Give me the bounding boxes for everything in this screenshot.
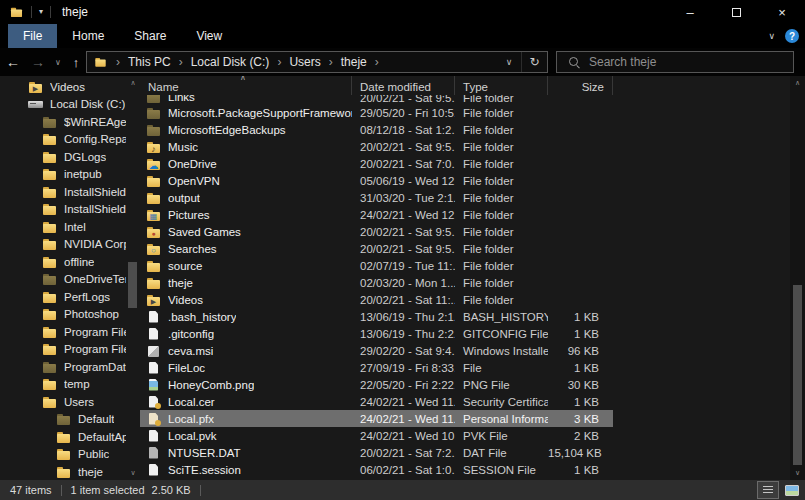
help-icon[interactable]: ? xyxy=(785,29,799,43)
sidebar-scrollbar-thumb[interactable] xyxy=(128,262,137,308)
sidebar-tree-item[interactable]: ProgramData xyxy=(0,358,140,376)
file-name: source xyxy=(168,260,203,272)
file-size: 1 KB xyxy=(548,362,605,374)
details-view-button[interactable] xyxy=(757,481,779,499)
scroll-up-icon[interactable]: ∧ xyxy=(790,79,805,87)
up-icon[interactable]: ↑ xyxy=(66,55,86,70)
file-row[interactable]: Videos 20/02/21 - Sat 11:... File folder xyxy=(140,291,613,308)
minimize-button[interactable]: – xyxy=(667,0,713,24)
recent-locations-chevron-icon[interactable]: ∨ xyxy=(50,58,66,67)
explorer-content: Videos Local Disk (C:) $WinREAgent Confi… xyxy=(0,76,805,480)
file-row[interactable]: Music 20/02/21 - Sat 9:5... File folder xyxy=(140,138,613,155)
file-row[interactable]: OneDrive 20/02/21 - Sat 7:0... File fold… xyxy=(140,155,613,172)
sidebar-tree-item[interactable]: Users xyxy=(0,393,140,411)
sidebar-tree-item[interactable]: Videos xyxy=(0,78,140,96)
sidebar-tree-item[interactable]: theje xyxy=(0,463,140,480)
sidebar-tree-item[interactable]: DGLogs xyxy=(0,148,140,166)
column-header-date-modified[interactable]: Date modified xyxy=(352,76,455,95)
file-row[interactable]: ceva.msi 29/02/20 - Sat 9:4... Windows I… xyxy=(140,342,613,359)
quick-access-toolbar-chevron-icon[interactable]: ▾ xyxy=(39,7,43,17)
scroll-up-icon[interactable]: ∧ xyxy=(126,79,140,87)
breadcrumb-item[interactable]: This PC xyxy=(128,55,171,69)
search-input[interactable] xyxy=(589,55,793,69)
sidebar-tree-item[interactable]: Public xyxy=(0,446,140,464)
thumbnails-view-button[interactable] xyxy=(781,481,803,499)
sidebar-tree-item[interactable]: NVIDIA Corpo xyxy=(0,236,140,254)
file-row[interactable]: SciTE.session 06/02/21 - Sat 1:0... SESS… xyxy=(140,461,613,478)
ribbon-tab[interactable]: Home xyxy=(57,24,119,48)
sidebar-tree-item[interactable]: offline xyxy=(0,253,140,271)
search-box[interactable] xyxy=(556,51,794,73)
sidebar-tree-item[interactable]: Intel xyxy=(0,218,140,236)
file-row[interactable]: HoneyComb.png 22/05/20 - Fri 2:22... PNG… xyxy=(140,376,613,393)
maximize-button[interactable] xyxy=(713,0,759,24)
window-title: theje xyxy=(62,5,88,19)
breadcrumb-chevron-icon[interactable]: › xyxy=(179,55,183,69)
sidebar-tree-item[interactable]: $WinREAgent xyxy=(0,113,140,131)
back-icon[interactable]: ← xyxy=(0,54,26,70)
file-row[interactable]: Local.cer 24/02/21 - Wed 11... Security … xyxy=(140,393,613,410)
sidebar-tree-item[interactable]: InstallShield 20 xyxy=(0,201,140,219)
file-row[interactable]: .gitconfig 13/06/19 - Thu 2:2... GITCONF… xyxy=(140,325,613,342)
file-type-icon xyxy=(146,123,161,137)
file-row[interactable]: theje 02/03/20 - Mon 1... File folder xyxy=(140,274,613,291)
close-button[interactable]: × xyxy=(759,0,805,24)
breadcrumb-chevron-icon[interactable]: › xyxy=(375,55,379,69)
file-row[interactable]: Local.pvk 24/02/21 - Wed 10... PVK File … xyxy=(140,427,613,444)
file-row[interactable]: NTUSER.DAT 20/02/21 - Sat 7:2... DAT Fil… xyxy=(140,444,613,461)
sidebar-tree-item[interactable]: Photoshop xyxy=(0,306,140,324)
refresh-icon[interactable]: ↻ xyxy=(521,52,547,72)
file-row[interactable]: Local.pfx 24/02/21 - Wed 11... Personal … xyxy=(140,410,613,427)
breadcrumb-item[interactable]: theje xyxy=(341,55,367,69)
sidebar-tree-item[interactable]: Default xyxy=(0,411,140,429)
ribbon-tab[interactable]: File xyxy=(8,24,57,48)
sidebar-tree-item[interactable]: Config.Repack xyxy=(0,131,140,149)
sidebar-tree-item[interactable]: Local Disk (C:) xyxy=(0,96,140,114)
file-row[interactable]: Microsoft.PackageSupportFramework.1.0...… xyxy=(140,104,613,121)
file-list-scrollbar[interactable]: ∧ ∨ xyxy=(790,76,805,480)
sidebar-tree-item[interactable]: DefaultAppP xyxy=(0,428,140,446)
column-header-name[interactable]: Name xyxy=(140,76,352,95)
ribbon-tab[interactable]: View xyxy=(181,24,237,48)
sidebar-tree-item[interactable]: InstallShield 20 xyxy=(0,183,140,201)
scroll-down-icon[interactable]: ∨ xyxy=(790,469,805,477)
file-row[interactable]: Links 20/02/21 - Sat 9:5... File folder xyxy=(140,95,613,104)
breadcrumb-item[interactable]: Users xyxy=(289,55,320,69)
file-row[interactable]: MicrosoftEdgeBackups 08/12/18 - Sat 1:2.… xyxy=(140,121,613,138)
file-date-modified: 24/02/21 - Wed 10... xyxy=(352,430,455,442)
file-row[interactable]: OpenVPN 05/06/19 - Wed 12... File folder xyxy=(140,172,613,189)
sidebar-tree-item[interactable]: Program Files xyxy=(0,341,140,359)
column-header-size[interactable]: Size xyxy=(548,76,613,95)
file-size: 30 KB xyxy=(548,379,605,391)
file-type: File folder xyxy=(455,192,548,204)
address-bar[interactable]: › This PC › Local Disk (C:) › Users › th… xyxy=(86,51,548,73)
scroll-down-icon[interactable]: ∨ xyxy=(126,469,140,477)
sidebar-tree-item[interactable]: inetpub xyxy=(0,166,140,184)
sidebar-tree-item[interactable]: temp xyxy=(0,376,140,394)
file-list-scrollbar-thumb[interactable] xyxy=(793,285,802,465)
file-row[interactable]: Saved Games 20/02/21 - Sat 9:5... File f… xyxy=(140,223,613,240)
breadcrumb-chevron-icon[interactable]: › xyxy=(277,55,281,69)
file-row[interactable]: Searches 20/02/21 - Sat 9:5... File fold… xyxy=(140,240,613,257)
breadcrumb-item[interactable]: Local Disk (C:) xyxy=(191,55,270,69)
breadcrumb-chevron-icon[interactable]: › xyxy=(329,55,333,69)
file-row[interactable]: Pictures 24/02/21 - Wed 12... File folde… xyxy=(140,206,613,223)
sidebar-tree-item[interactable]: PerfLogs xyxy=(0,288,140,306)
file-date-modified: 24/02/21 - Wed 11... xyxy=(352,396,455,408)
column-header-type[interactable]: Type xyxy=(455,76,548,95)
column-header-row: ∧ Name Date modified Type Size xyxy=(140,76,790,95)
ribbon-tab[interactable]: Share xyxy=(119,24,181,48)
file-date-modified: 20/02/21 - Sat 11:... xyxy=(352,294,455,306)
status-divider xyxy=(200,485,201,496)
address-dropdown-icon[interactable]: ∨ xyxy=(497,57,521,67)
sidebar-tree-item[interactable]: OneDriveTemp xyxy=(0,271,140,289)
status-bar: 47 items 1 item selected 2.50 KB xyxy=(0,480,805,500)
file-row[interactable]: output 31/03/20 - Tue 2:1... File folder xyxy=(140,189,613,206)
file-row[interactable]: .bash_history 13/06/19 - Thu 2:1... BASH… xyxy=(140,308,613,325)
forward-icon[interactable]: → xyxy=(26,54,50,70)
sidebar-scrollbar[interactable]: ∧ ∨ xyxy=(126,76,140,480)
sidebar-tree-item[interactable]: Program Files xyxy=(0,323,140,341)
expand-ribbon-icon[interactable]: ∨ xyxy=(768,31,775,41)
file-row[interactable]: source 02/07/19 - Tue 11:... File folder xyxy=(140,257,613,274)
file-row[interactable]: FileLoc 27/09/19 - Fri 8:33... File 1 KB xyxy=(140,359,613,376)
